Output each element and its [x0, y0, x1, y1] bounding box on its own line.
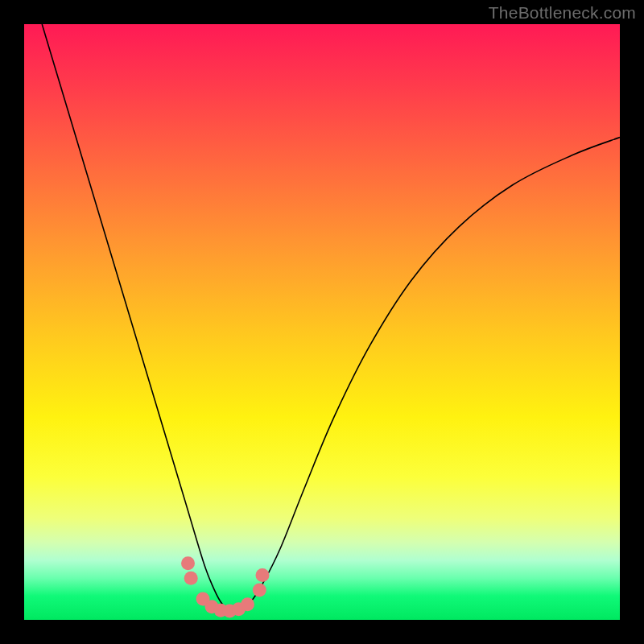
curve-marker	[241, 597, 254, 611]
chart-svg	[24, 24, 620, 620]
marker-group	[181, 556, 270, 617]
plot-area	[24, 24, 620, 620]
curve-marker	[181, 556, 195, 570]
curve-marker	[184, 572, 198, 585]
curve-marker	[256, 568, 270, 582]
curve-marker	[253, 584, 266, 597]
bottleneck-curve	[42, 24, 620, 612]
chart-frame: TheBottleneck.com	[0, 0, 644, 644]
watermark-text: TheBottleneck.com	[489, 3, 636, 23]
